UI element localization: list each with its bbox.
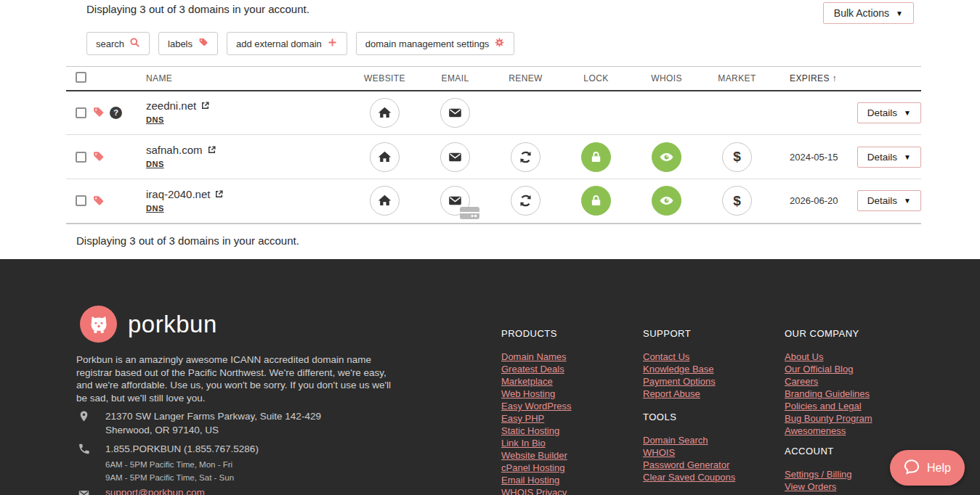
details-label: Details xyxy=(867,107,897,118)
whois-eye-icon[interactable] xyxy=(652,186,681,216)
domains-toolbar: search labels add external domain domain… xyxy=(86,32,914,55)
address-line-1: 21370 SW Langer Farms Parkway, Suite 142… xyxy=(105,409,321,423)
footer-link-careers[interactable]: Careers xyxy=(785,375,923,388)
footer-link-easy-php[interactable]: Easy PHP xyxy=(501,412,639,425)
lock-icon[interactable] xyxy=(581,142,611,172)
footer-link-awesomeness[interactable]: Awesomeness xyxy=(785,425,923,437)
email-envelope-icon[interactable] xyxy=(440,98,470,128)
table-row-iraq-2040-net: iraq-2040.net DNS $ 2026-06-20 Details xyxy=(66,179,921,224)
footer-link-bug-bounty-program[interactable]: Bug Bounty Program xyxy=(785,412,923,425)
row-checkbox[interactable] xyxy=(76,152,86,163)
website-home-icon[interactable] xyxy=(370,142,400,172)
footer-link-website-builder[interactable]: Website Builder xyxy=(501,449,639,462)
footer-link-cpanel-hosting[interactable]: cPanel Hosting xyxy=(501,462,639,474)
column-header-renew[interactable]: RENEW xyxy=(490,67,561,91)
bulk-actions-button[interactable]: Bulk Actions ▼ xyxy=(823,2,914,24)
email-hosting-badge-icon xyxy=(460,207,479,219)
website-home-icon[interactable] xyxy=(370,98,400,128)
search-button[interactable]: search xyxy=(86,32,150,55)
footer-link-payment-options[interactable]: Payment Options xyxy=(643,375,781,388)
footer-link-email-hosting[interactable]: Email Hosting xyxy=(501,474,639,486)
footer-link-web-hosting[interactable]: Web Hosting xyxy=(501,388,639,400)
market-dollar-icon[interactable]: $ xyxy=(722,142,752,172)
select-all-checkbox[interactable] xyxy=(76,72,86,83)
dns-link[interactable]: DNS xyxy=(146,115,164,124)
renew-refresh-icon[interactable] xyxy=(511,142,540,172)
page-footer: porkbun Porkbun is an amazingly awesome … xyxy=(0,259,980,495)
row-checkbox[interactable] xyxy=(76,107,86,118)
footer-link-about-us[interactable]: About Us xyxy=(785,351,923,363)
dns-link[interactable]: DNS xyxy=(146,204,164,213)
brand-name: porkbun xyxy=(128,311,217,338)
chat-bubble-icon xyxy=(902,457,921,479)
website-home-icon[interactable] xyxy=(370,186,400,216)
email-envelope-icon[interactable] xyxy=(440,142,470,172)
sort-ascending-icon: ↑ xyxy=(833,73,837,83)
footer-link-greatest-deals[interactable]: Greatest Deals xyxy=(501,363,639,375)
footer-link-policies-and-legal[interactable]: Policies and Legal xyxy=(785,400,923,412)
details-button[interactable]: Details ▼ xyxy=(857,147,921,168)
table-row-safnah-com: safnah.com DNS $ 2024-05-15 Details ▼ xyxy=(66,135,921,179)
footer-link-report-abuse[interactable]: Report Abuse xyxy=(643,388,781,400)
labels-button[interactable]: labels xyxy=(158,32,218,55)
footer-link-whois-privacy[interactable]: WHOIS Privacy xyxy=(501,486,639,495)
column-header-lock[interactable]: LOCK xyxy=(561,67,631,91)
external-link-icon[interactable] xyxy=(201,101,210,110)
map-pin-icon xyxy=(78,410,90,422)
column-header-website[interactable]: WEBSITE xyxy=(349,67,420,91)
bulk-actions-label: Bulk Actions xyxy=(834,7,889,19)
displaying-count-text: Displaying 3 out of 3 domains in your ac… xyxy=(86,2,309,15)
footer-heading-products: PRODUCTS xyxy=(501,328,639,339)
footer-link-our-official-blog[interactable]: Our Official Blog xyxy=(785,363,923,375)
phone-icon xyxy=(78,443,90,455)
chevron-down-icon: ▼ xyxy=(896,9,903,17)
label-tag-icon[interactable] xyxy=(92,106,105,119)
footer-links-support: Contact UsKnowledge BasePayment OptionsR… xyxy=(643,351,781,400)
footer-link-easy-wordpress[interactable]: Easy WordPress xyxy=(501,400,639,412)
label-tag-icon[interactable] xyxy=(92,195,105,208)
label-tag-icon[interactable] xyxy=(92,150,105,163)
chevron-down-icon: ▼ xyxy=(904,109,911,117)
dns-link[interactable]: DNS xyxy=(146,160,164,168)
help-button[interactable]: Help xyxy=(890,450,965,486)
row-checkbox[interactable] xyxy=(76,195,86,206)
table-row-zeedni-net: ? zeedni.net DNS Details ▼ xyxy=(66,91,921,135)
column-header-expires[interactable]: EXPIRES ↑ xyxy=(772,67,843,91)
column-header-name[interactable]: NAME xyxy=(146,67,349,91)
add-external-domain-button[interactable]: add external domain xyxy=(227,32,347,55)
renew-refresh-icon[interactable] xyxy=(511,186,540,216)
domain-management-settings-button[interactable]: domain management settings xyxy=(356,32,515,55)
footer-link-static-hosting[interactable]: Static Hosting xyxy=(501,425,639,437)
external-link-icon[interactable] xyxy=(207,145,216,155)
footer-link-contact-us[interactable]: Contact Us xyxy=(643,351,781,363)
footer-link-knowledge-base[interactable]: Knowledge Base xyxy=(643,363,781,375)
porkbun-logo-icon[interactable] xyxy=(80,306,117,343)
column-header-email[interactable]: EMAIL xyxy=(420,67,490,91)
details-label: Details xyxy=(867,195,897,206)
details-button[interactable]: Details ▼ xyxy=(857,190,921,211)
expires-date: 2024-05-15 xyxy=(772,135,843,179)
envelope-icon xyxy=(78,488,90,495)
lock-icon[interactable] xyxy=(581,186,611,216)
footer-link-whois[interactable]: WHOIS xyxy=(643,446,781,459)
help-label: Help xyxy=(927,462,951,475)
footer-link-domain-search[interactable]: Domain Search xyxy=(643,434,781,446)
footer-link-link-in-bio[interactable]: Link In Bio xyxy=(501,437,639,449)
footer-link-domain-names[interactable]: Domain Names xyxy=(501,351,639,363)
expires-date: 2026-06-20 xyxy=(772,179,843,224)
column-header-market[interactable]: MARKET xyxy=(702,67,772,91)
table-header-row: NAME WEBSITE EMAIL RENEW LOCK WHOIS MARK… xyxy=(66,67,921,91)
whois-eye-icon[interactable] xyxy=(652,142,681,172)
column-header-whois[interactable]: WHOIS xyxy=(631,67,702,91)
footer-link-branding-guidelines[interactable]: Branding Guidelines xyxy=(785,388,923,400)
support-email-link[interactable]: support@porkbun.com xyxy=(105,487,205,495)
footer-link-marketplace[interactable]: Marketplace xyxy=(501,375,639,388)
help-question-icon[interactable]: ? xyxy=(110,107,122,119)
footer-link-password-generator[interactable]: Password Generator xyxy=(643,459,781,471)
footer-link-clear-saved-coupons[interactable]: Clear Saved Coupons xyxy=(643,471,781,483)
plus-icon xyxy=(327,37,338,50)
market-dollar-icon[interactable]: $ xyxy=(722,186,752,216)
details-button[interactable]: Details ▼ xyxy=(857,102,921,123)
domains-table: NAME WEBSITE EMAIL RENEW LOCK WHOIS MARK… xyxy=(66,66,921,224)
external-link-icon[interactable] xyxy=(214,189,224,199)
